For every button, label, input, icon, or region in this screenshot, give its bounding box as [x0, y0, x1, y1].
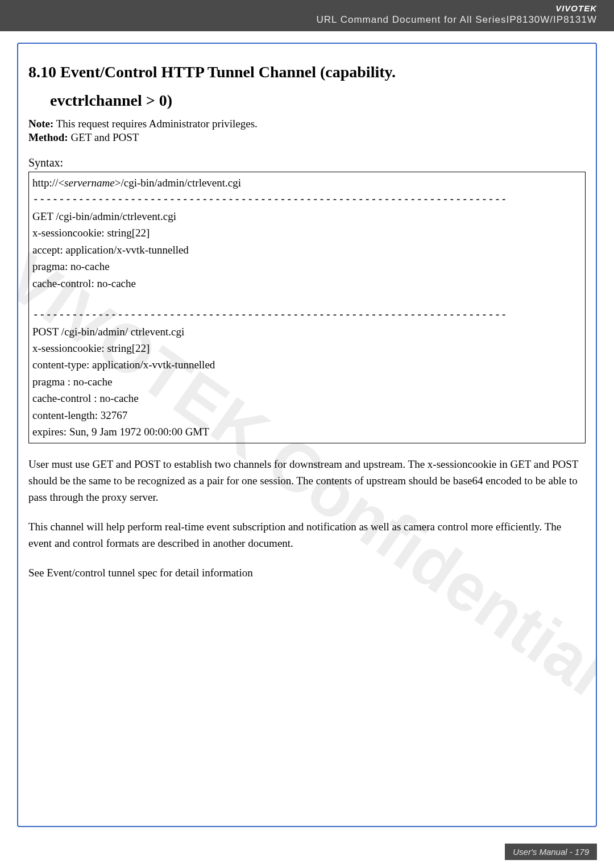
syntax-get-line: pragma: no-cache — [32, 258, 582, 275]
method-text: GET and POST — [68, 131, 139, 143]
section-heading-line1: 8.10 Event/Control HTTP Tunnel Channel (… — [28, 63, 586, 81]
syntax-url-suffix: >/cgi-bin/admin/ctrlevent.cgi — [115, 177, 241, 189]
syntax-post-line: expires: Sun, 9 Jam 1972 00:00:00 GMT — [32, 423, 582, 440]
syntax-get-line: accept: application/x-vvtk-tunnelled — [32, 242, 582, 258]
syntax-get-line: GET /cgi-bin/admin/ctrlevent.cgi — [32, 208, 582, 225]
syntax-post-line: x-sessioncookie: string[22] — [32, 340, 582, 356]
syntax-post-line: POST /cgi-bin/admin/ ctrlevent.cgi — [32, 323, 582, 340]
syntax-post-line: pragma : no-cache — [32, 373, 582, 390]
body-paragraph-3: See Event/control tunnel spec for detail… — [28, 564, 586, 581]
syntax-url-servername: servername — [64, 177, 115, 189]
method-label: Method: — [28, 131, 68, 143]
page-header: VIVOTEK URL Command Document for All Ser… — [0, 0, 614, 31]
syntax-box: http://<servername>/cgi-bin/admin/ctrlev… — [28, 172, 586, 443]
footer-text: User's Manual - 179 — [513, 847, 589, 857]
header-subtitle: URL Command Document for All SeriesIP813… — [17, 14, 597, 26]
syntax-separator: ----------------------------------------… — [32, 191, 582, 207]
syntax-post-line: content-length: 32767 — [32, 407, 582, 423]
syntax-url-line: http://<servername>/cgi-bin/admin/ctrlev… — [32, 175, 582, 191]
syntax-get-line: cache-control: no-cache — [32, 275, 582, 292]
syntax-blank-line — [32, 292, 582, 306]
syntax-label: Syntax: — [28, 156, 586, 169]
content-frame: VIVOTEK Confidential 8.10 Event/Control … — [17, 43, 597, 827]
body-paragraph-1: User must use GET and POST to establish … — [28, 456, 586, 506]
page-footer: User's Manual - 179 — [505, 844, 597, 860]
note-text: This request requires Administrator priv… — [53, 118, 257, 130]
section-heading-line2: evctrlchannel > 0) — [28, 92, 586, 110]
method-line: Method: GET and POST — [28, 131, 586, 144]
syntax-post-line: cache-control : no-cache — [32, 390, 582, 406]
note-label: Note: — [28, 118, 53, 130]
syntax-get-line: x-sessioncookie: string[22] — [32, 225, 582, 241]
syntax-post-line: content-type: application/x-vvtk-tunnell… — [32, 356, 582, 373]
body-paragraph-2: This channel will help perform real-time… — [28, 518, 586, 552]
note-line: Note: This request requires Administrato… — [28, 118, 586, 130]
brand-name: VIVOTEK — [17, 3, 597, 13]
syntax-url-prefix: http://< — [32, 177, 64, 189]
page-body: VIVOTEK Confidential 8.10 Event/Control … — [0, 43, 614, 827]
syntax-separator: ----------------------------------------… — [32, 306, 582, 323]
